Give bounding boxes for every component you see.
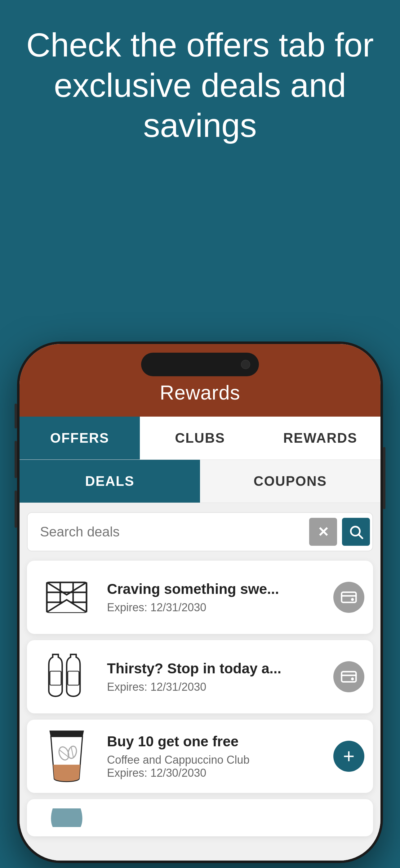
deal-info-2: Thirsty? Stop in today a... Expires: 12/… [107, 660, 324, 693]
phone-mockup: Rewards OFFERS CLUBS REWARDS DEALS COUPO… [17, 341, 383, 863]
hero-text: Check the offers tab for exclusive deals… [19, 25, 381, 146]
deal-card-3[interactable]: Buy 10 get one free Coffee and Cappuccin… [27, 720, 373, 793]
search-button[interactable] [342, 518, 370, 546]
phone-side-btn-vol-down [14, 491, 17, 528]
search-bar: ✕ [27, 512, 373, 551]
deal-image-3 [36, 728, 98, 784]
svg-point-10 [352, 599, 353, 600]
wallet-icon-1 [340, 589, 358, 606]
phone-camera [241, 360, 250, 369]
tab-bar-top: OFFERS CLUBS REWARDS [20, 416, 380, 460]
svg-rect-13 [342, 672, 356, 682]
bottles-icon [39, 649, 95, 705]
deal-card-1[interactable]: Craving something swe... Expires: 12/31/… [27, 561, 373, 634]
tab-bar-secondary: DEALS COUPONS [20, 460, 380, 503]
coffee-icon [42, 725, 92, 787]
tab-coupons[interactable]: COUPONS [200, 460, 380, 503]
partial-icon [42, 808, 92, 827]
deal-expires-1: Expires: 12/31/2030 [107, 601, 324, 614]
deal-info-3: Buy 10 get one free Coffee and Cappuccin… [107, 733, 324, 779]
chocolate-icon [42, 572, 92, 622]
deal-subtitle-3: Coffee and Cappuccino Club [107, 753, 324, 767]
deal-info-1: Craving something swe... Expires: 12/31/… [107, 581, 324, 614]
phone-side-btn-mute [14, 404, 17, 428]
deal-action-wallet-2[interactable] [333, 661, 364, 692]
svg-rect-9 [342, 592, 356, 602]
deal-action-wallet-1[interactable] [333, 582, 364, 613]
deal-card-2[interactable]: Thirsty? Stop in today a... Expires: 12/… [27, 640, 373, 713]
clear-icon: ✕ [318, 524, 329, 540]
phone-screen: Rewards OFFERS CLUBS REWARDS DEALS COUPO… [20, 344, 380, 861]
app-title: Rewards [32, 381, 368, 404]
tab-offers[interactable]: OFFERS [20, 416, 140, 460]
svg-point-14 [352, 678, 353, 680]
deal-image-2 [36, 649, 98, 705]
search-clear-button[interactable]: ✕ [309, 518, 337, 546]
app-content: ✕ [20, 503, 380, 861]
deal-card-partial [27, 799, 373, 836]
phone-frame: Rewards OFFERS CLUBS REWARDS DEALS COUPO… [17, 341, 383, 863]
deal-image-1 [36, 569, 98, 625]
phone-side-btn-power [383, 447, 386, 509]
tab-clubs[interactable]: CLUBS [140, 416, 260, 460]
deal-image-partial [36, 799, 98, 836]
tab-rewards[interactable]: REWARDS [260, 416, 380, 460]
deal-title-3: Buy 10 get one free [107, 733, 324, 750]
phone-notch [141, 353, 259, 376]
search-icon [348, 524, 364, 539]
deal-expires-3: Expires: 12/30/2030 [107, 767, 324, 779]
deals-list: Craving something swe... Expires: 12/31/… [20, 561, 380, 836]
svg-line-1 [359, 535, 362, 538]
deal-title-2: Thirsty? Stop in today a... [107, 660, 324, 677]
tab-deals[interactable]: DEALS [20, 460, 200, 503]
wallet-icon-2 [340, 668, 358, 685]
deal-action-add-3[interactable]: + [333, 741, 364, 772]
deal-title-1: Craving something swe... [107, 581, 324, 597]
deal-expires-2: Expires: 12/31/2030 [107, 681, 324, 693]
plus-icon: + [343, 745, 355, 768]
search-input[interactable] [28, 513, 307, 551]
phone-side-btn-vol-up [14, 441, 17, 478]
